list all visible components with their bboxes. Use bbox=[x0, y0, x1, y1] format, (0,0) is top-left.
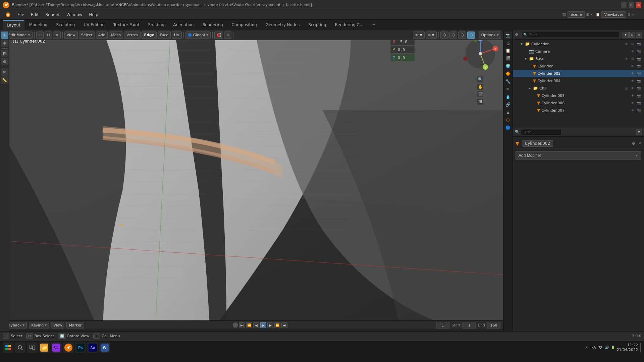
tree-item-cylinder002[interactable]: ▼ Cylinder.002 👁 📷 bbox=[513, 70, 644, 77]
scene-name[interactable]: Scene bbox=[568, 11, 585, 18]
output-props-icon[interactable]: 🖨 bbox=[504, 39, 512, 47]
outliner-search[interactable] bbox=[529, 33, 618, 37]
add-modifier-button[interactable]: Add Modifier ▼ bbox=[516, 151, 641, 160]
tab-rendering[interactable]: Rendering bbox=[198, 20, 227, 29]
face-menu[interactable]: Face bbox=[158, 32, 171, 39]
add-menu[interactable]: Add bbox=[96, 32, 108, 39]
cylinder004-visibility[interactable]: 👁 bbox=[630, 78, 635, 83]
cylinder-expand[interactable] bbox=[528, 64, 532, 68]
current-frame-display[interactable]: 1 bbox=[436, 322, 449, 328]
view-layer-props-icon[interactable]: 📋 bbox=[504, 47, 512, 54]
search-taskbar-button[interactable] bbox=[15, 342, 25, 353]
box-select-tool[interactable]: ⊟ bbox=[1, 50, 8, 57]
view-menu-timeline[interactable]: View bbox=[51, 322, 64, 328]
start-frame-display[interactable]: 1 bbox=[463, 322, 476, 328]
cylinder006-render[interactable]: 📷 bbox=[636, 100, 641, 106]
cylinder005-render[interactable]: 📷 bbox=[636, 93, 641, 98]
play-btn[interactable]: ▶ bbox=[260, 322, 266, 328]
proportional-edit[interactable]: ⊕ bbox=[224, 32, 231, 39]
task-view-button[interactable] bbox=[27, 342, 38, 353]
camera-button[interactable]: ⊞ bbox=[477, 98, 484, 105]
modifiers-icon[interactable]: 🔧 bbox=[504, 78, 512, 85]
physics-icon[interactable]: 💧 bbox=[504, 93, 512, 101]
tree-item-cylinder[interactable]: ▼ Cylinder 👁 📷 bbox=[513, 62, 644, 70]
tree-item-collection[interactable]: ▼ 📁 Collection 👁 ⊞ 📷 bbox=[513, 40, 644, 48]
collection-visibility[interactable]: 👁 bbox=[624, 41, 629, 47]
tab-geometry-nodes[interactable]: Geometry Nodes bbox=[262, 20, 304, 29]
blender-menu[interactable] bbox=[3, 11, 13, 18]
file-menu[interactable]: File bbox=[15, 12, 27, 18]
tree-item-camera[interactable]: 📷 Camera 👁 📷 bbox=[513, 48, 644, 55]
properties-gear-icon[interactable]: ⚙ bbox=[632, 141, 635, 146]
viewlayer-name[interactable]: ViewLayer bbox=[601, 11, 626, 18]
cylinder006-visibility[interactable]: 👁 bbox=[630, 100, 635, 106]
collection-viewport[interactable]: ⊞ bbox=[630, 41, 635, 47]
next-frame-btn[interactable]: ▶ bbox=[267, 322, 273, 328]
tree-item-cylinder005[interactable]: ▼ Cylinder.005 👁 📷 bbox=[513, 92, 644, 99]
cylinder004-render[interactable]: 📷 bbox=[636, 78, 641, 83]
start-button[interactable] bbox=[3, 342, 13, 353]
title-bar-controls[interactable]: ─ □ ✕ bbox=[621, 2, 641, 8]
particles-icon[interactable]: ✏ bbox=[504, 85, 512, 93]
outliner-menu-btn[interactable]: ≡ bbox=[636, 32, 642, 38]
mesh-menu[interactable]: Mesh bbox=[109, 32, 123, 39]
wireframe-mode[interactable]: ⬡ bbox=[440, 32, 448, 39]
minimize-button[interactable]: ─ bbox=[621, 2, 627, 8]
cylinder005-visibility[interactable]: 👁 bbox=[630, 93, 635, 98]
jump-start-btn[interactable]: ⏮ bbox=[239, 322, 245, 328]
prev-frame-btn[interactable]: ◀ bbox=[253, 322, 259, 328]
jump-end-btn[interactable]: ⏭ bbox=[281, 322, 287, 328]
cylinder-render[interactable]: 📷 bbox=[636, 63, 641, 69]
tree-item-chill[interactable]: ▶ 📁 Chill ☑ 👁 📷 bbox=[513, 84, 644, 92]
chill-visibility[interactable]: 👁 bbox=[630, 85, 635, 91]
tree-item-cylinder007[interactable]: ▼ Cylinder.007 👁 📷 bbox=[513, 107, 644, 114]
end-frame-display[interactable]: 160 bbox=[487, 322, 500, 328]
jump-next-keyframe[interactable]: ⏩ bbox=[274, 322, 280, 328]
chill-render[interactable]: 📷 bbox=[636, 85, 641, 91]
measure-tool[interactable]: 📏 bbox=[1, 76, 8, 84]
photoshop-btn[interactable]: Ps bbox=[75, 342, 86, 353]
annotate-tool[interactable]: ✏ bbox=[1, 68, 8, 76]
tab-layout[interactable]: Layout bbox=[3, 20, 24, 29]
volume-icon[interactable]: 🔊 bbox=[605, 346, 609, 349]
cylinder-visibility[interactable]: 👁 bbox=[630, 63, 635, 69]
edge-menu[interactable]: Edge bbox=[142, 32, 157, 39]
tab-sculpting[interactable]: Sculpting bbox=[52, 20, 79, 29]
props-menu-btn[interactable]: ▼ bbox=[636, 129, 642, 135]
base-expand[interactable]: ▼ bbox=[524, 57, 528, 61]
camera-visibility[interactable]: 👁 bbox=[630, 49, 635, 54]
outliner-sync-btn[interactable]: ⊞ bbox=[629, 32, 635, 38]
keying-menu[interactable]: Keying ▼ bbox=[29, 322, 49, 328]
circle-select-tool[interactable]: ⊕ bbox=[1, 58, 8, 65]
material-mode[interactable]: ⬡ bbox=[458, 32, 466, 39]
tab-uv-editing[interactable]: UV Editing bbox=[79, 20, 109, 29]
tab-modeling[interactable]: Modeling bbox=[25, 20, 52, 29]
tab-add-new[interactable]: + bbox=[368, 20, 379, 29]
data-icon[interactable]: ▲ bbox=[504, 109, 512, 116]
render-props-icon[interactable]: 📷 bbox=[504, 32, 512, 39]
cylinder004-expand[interactable] bbox=[528, 79, 532, 83]
uv-menu[interactable]: UV bbox=[172, 32, 182, 39]
snap-button[interactable]: 🧲 bbox=[214, 32, 223, 39]
camera-render[interactable]: 📷 bbox=[636, 49, 641, 54]
cylinder007-render[interactable]: 📷 bbox=[636, 108, 641, 113]
maximize-button[interactable]: □ bbox=[629, 2, 634, 8]
vertex-menu[interactable]: Vertex bbox=[124, 32, 141, 39]
cylinder007-expand[interactable] bbox=[532, 108, 536, 112]
battery-icon[interactable]: 🔋 bbox=[611, 346, 615, 349]
tab-compositing[interactable]: Compositing bbox=[228, 20, 261, 29]
options-menu[interactable]: Options ▼ bbox=[479, 32, 501, 39]
transform-global[interactable]: 🔵 Global ▼ bbox=[185, 32, 211, 39]
zoom-button[interactable]: 🔍 bbox=[477, 76, 484, 83]
camera-expand[interactable] bbox=[524, 49, 528, 53]
tree-item-base[interactable]: ▼ 📁 Base 👁 ⊞ 📷 bbox=[513, 55, 644, 62]
scene-props-icon[interactable]: 🎬 bbox=[504, 55, 512, 62]
gizmo-toggle[interactable]: ⊕ ▼ bbox=[426, 32, 437, 39]
marker-menu[interactable]: Marker bbox=[66, 322, 84, 328]
base-render[interactable]: 📷 bbox=[636, 56, 641, 61]
solid-mode[interactable]: ⬡ bbox=[449, 32, 458, 39]
object-props-icon[interactable]: 🔶 bbox=[504, 70, 512, 77]
outliner-filter-btn[interactable]: ▼ bbox=[623, 32, 629, 38]
collection-expand[interactable]: ▼ bbox=[520, 42, 524, 46]
constraints-icon[interactable]: 🔗 bbox=[504, 101, 512, 108]
